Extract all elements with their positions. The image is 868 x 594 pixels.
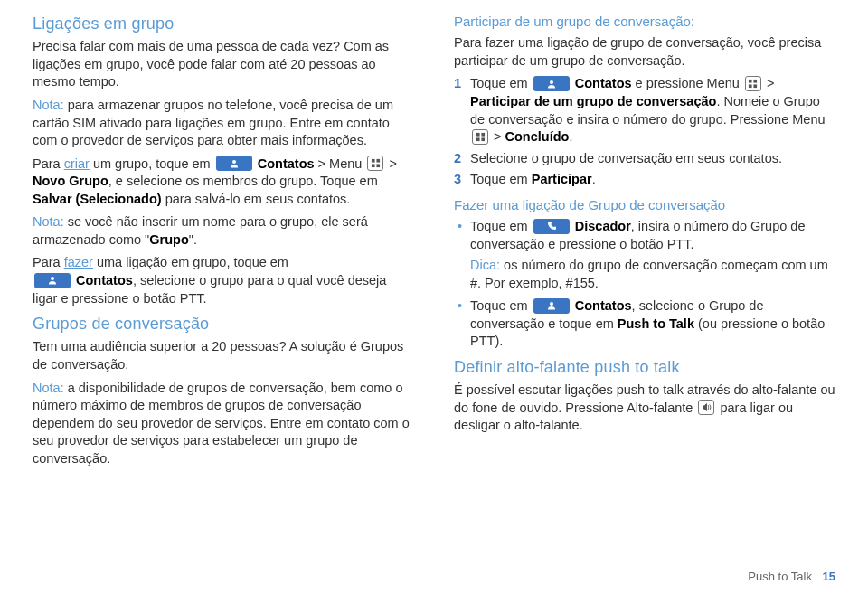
svg-rect-12 (481, 133, 485, 137)
svg-rect-9 (749, 84, 752, 88)
para-precisa-falar: Precisa falar com mais de uma pessoa de … (33, 38, 414, 91)
speaker-icon (698, 400, 714, 415)
dica-label: Dica: (470, 258, 500, 272)
svg-rect-14 (481, 137, 485, 141)
para-criar-grupo: Para criar um grupo, toque em Contatos >… (33, 156, 414, 209)
step-number: 3 (454, 171, 470, 189)
step-number: 1 (454, 75, 470, 146)
criar-link: criar (64, 156, 90, 171)
contatos-label: Contatos (258, 156, 315, 171)
heading-ligacoes-grupo: Ligações em grupo (33, 13, 414, 34)
contacts-icon (34, 273, 71, 288)
svg-rect-2 (376, 159, 380, 163)
right-column: Participar de um grupo de conversação: P… (454, 7, 835, 473)
heading-participar: Participar de um grupo de conversação: (454, 13, 835, 31)
nota-label: Nota: (33, 381, 64, 395)
svg-rect-7 (749, 80, 752, 83)
heading-definir-alto-falante: Definir alto-falante push to talk (454, 356, 835, 378)
para-participar-intro: Para fazer uma ligação de grupo de conve… (454, 34, 835, 70)
svg-rect-8 (754, 80, 758, 83)
page-footer: Push to Talk 15 (748, 569, 835, 585)
para-nota-grupo-nome: Nota: se você não inserir um nome para o… (33, 213, 414, 249)
heading-grupos-conversacao: Grupos de conversação (33, 313, 414, 335)
nota-label: Nota: (33, 98, 64, 112)
contacts-icon (216, 156, 252, 171)
bullet-discador: • Toque em Discador, insira o número do … (454, 218, 835, 253)
svg-point-15 (550, 302, 553, 306)
dica-numero: Dica: os número do grupo de conversação … (454, 257, 835, 292)
page-number: 15 (823, 570, 835, 583)
step-1: 1 Toque em Contatos e pressione Menu > P… (454, 75, 835, 146)
fazer-link: fazer (64, 255, 93, 269)
step-number: 2 (454, 150, 470, 168)
bullet-marker: • (454, 297, 470, 351)
dialer-icon (533, 219, 570, 234)
step-3: 3 Toque em Participar. (454, 171, 835, 189)
contacts-icon (533, 298, 570, 314)
para-definir: É possível escutar ligações push to talk… (454, 382, 835, 435)
svg-point-6 (550, 80, 553, 84)
svg-rect-1 (372, 159, 375, 163)
svg-point-0 (232, 160, 236, 164)
para-fazer-ligacao: Para fazer uma ligação em grupo, toque e… (33, 254, 414, 307)
svg-rect-13 (476, 137, 479, 141)
bullet-marker: • (454, 218, 470, 253)
nota-label: Nota: (33, 214, 64, 229)
svg-rect-11 (476, 133, 479, 137)
svg-rect-10 (754, 84, 758, 88)
svg-rect-3 (372, 165, 375, 168)
svg-point-5 (51, 277, 54, 280)
para-nota-sim: Nota: para armazenar grupos no telefone,… (33, 97, 414, 150)
menu-icon (367, 156, 383, 171)
footer-label: Push to Talk (748, 570, 812, 583)
bullet-contatos: • Toque em Contatos, selecione o Grupo d… (454, 297, 835, 351)
contacts-icon (533, 76, 570, 91)
menu-icon (472, 129, 488, 145)
menu-icon (745, 76, 761, 91)
step-2: 2 Selecione o grupo de conversação em se… (454, 150, 835, 168)
left-column: Ligações em grupo Precisa falar com mais… (33, 7, 414, 473)
heading-fazer-ligacao-grupo: Fazer uma ligação de Grupo de conversaçã… (454, 196, 835, 214)
para-nota-disponibilidade: Nota: a disponibilidade de grupos de con… (33, 380, 414, 468)
svg-rect-4 (376, 165, 380, 168)
para-audiencia: Tem uma audiência superior a 20 pessoas?… (33, 338, 414, 373)
page-columns: Ligações em grupo Precisa falar com mais… (33, 7, 835, 473)
